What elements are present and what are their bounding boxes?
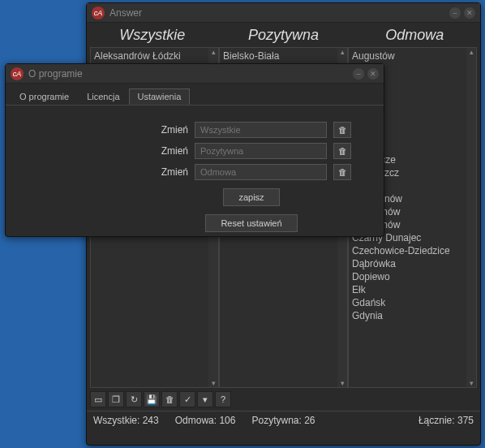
trash-icon[interactable]: 🗑 — [333, 122, 351, 138]
check-icon[interactable]: ✓ — [179, 391, 195, 407]
change-label: Zmień — [152, 145, 188, 157]
about-window: cA O programie – ✕ O programieLicencjaUs… — [5, 63, 384, 237]
status-total: Łącznie: 375 — [418, 415, 474, 426]
about-title: O programie — [28, 68, 353, 80]
list-item[interactable]: Dąbrówka — [352, 257, 473, 270]
trash-icon[interactable]: 🗑 — [333, 164, 351, 180]
answer-titlebar[interactable]: cA Answer – ✕ — [87, 3, 480, 23]
input-positive[interactable] — [195, 143, 327, 159]
trash-icon[interactable]: 🗑 — [161, 391, 178, 407]
tab-o-programie[interactable]: O programie — [11, 88, 78, 105]
setting-row: Zmień 🗑 — [152, 164, 351, 180]
reset-button[interactable]: Reset ustawień — [205, 214, 297, 232]
tab-licencja[interactable]: Licencja — [78, 88, 128, 105]
about-titlebar[interactable]: cA O programie – ✕ — [6, 64, 384, 84]
help-icon[interactable]: ? — [215, 391, 231, 407]
toolbar: ▭❐↻💾🗑✓▾? — [87, 388, 480, 411]
header-all: Wszystkie — [87, 27, 218, 44]
list-item[interactable]: Dopiewo — [352, 270, 473, 283]
tab-bar: O programieLicencjaUstawienia — [6, 84, 384, 106]
list-item[interactable]: Ełk — [352, 283, 473, 296]
status-bar: Wszystkie: 243 Odmowa: 106 Pozytywna: 26… — [87, 411, 480, 429]
status-positive: Pozytywna: 26 — [251, 415, 315, 426]
app-icon: cA — [92, 6, 105, 19]
close-icon[interactable]: ✕ — [367, 68, 379, 80]
save-icon[interactable]: 💾 — [144, 391, 160, 407]
header-refusal: Odmowa — [349, 27, 480, 44]
window-icon[interactable]: ❐ — [108, 391, 124, 407]
list-item[interactable]: Bielsko-Biała — [223, 50, 344, 62]
minimize-icon[interactable]: – — [449, 7, 461, 19]
list-item[interactable]: Augustów — [352, 50, 473, 62]
tab-ustawienia[interactable]: Ustawienia — [129, 88, 191, 105]
minimize-icon[interactable]: – — [353, 68, 364, 80]
status-all: Wszystkie: 243 — [93, 415, 159, 426]
input-all[interactable] — [195, 122, 327, 138]
scrollbar[interactable]: ▴▾ — [466, 48, 476, 387]
save-button[interactable]: zapisz — [223, 188, 279, 206]
trash-icon[interactable]: 🗑 — [333, 143, 351, 159]
settings-panel: Zmień 🗑 Zmień 🗑 Zmień 🗑 zapisz Reset ust… — [6, 106, 384, 240]
header-positive: Pozytywna — [218, 27, 350, 44]
list-item[interactable]: Gdynia — [352, 309, 473, 322]
change-label: Zmień — [152, 124, 188, 136]
setting-row: Zmień 🗑 — [152, 122, 351, 138]
app-icon: cA — [11, 67, 24, 80]
file-icon[interactable]: ▭ — [90, 391, 106, 407]
change-label: Zmień — [152, 166, 188, 178]
refresh-icon[interactable]: ↻ — [126, 391, 142, 407]
list-item[interactable]: Aleksandrów Łódzki — [94, 50, 215, 62]
column-headers: Wszystkie Pozytywna Odmowa — [87, 23, 480, 47]
list-item[interactable]: Czechowice-Dziedzice — [352, 244, 473, 257]
close-icon[interactable]: ✕ — [464, 7, 475, 19]
list-item[interactable]: Gdańsk — [352, 296, 473, 309]
down-icon[interactable]: ▾ — [197, 391, 213, 407]
setting-row: Zmień 🗑 — [152, 143, 351, 159]
status-refusal: Odmowa: 106 — [175, 415, 236, 426]
input-refusal[interactable] — [195, 164, 327, 180]
answer-title: Answer — [109, 7, 449, 19]
